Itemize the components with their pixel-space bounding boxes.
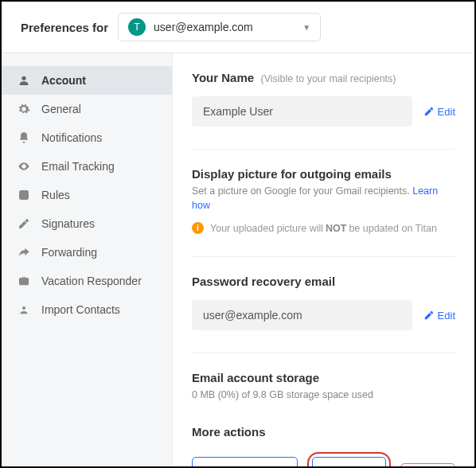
sidebar-item-label: Rules — [41, 189, 70, 201]
sidebar-item-import-contacts[interactable]: Import Contacts — [2, 295, 172, 324]
sidebar-item-label: Forwarding — [41, 246, 97, 259]
forward-icon — [18, 246, 30, 259]
logout-button[interactable]: Logout — [400, 463, 455, 469]
contacts-icon — [18, 303, 30, 316]
recovery-value: user@example.com — [192, 300, 412, 330]
account-selector[interactable]: T user@example.com ▼ — [118, 13, 321, 41]
recovery-title: Password recovery email — [192, 275, 335, 288]
sidebar-item-label: Account — [41, 74, 86, 87]
eye-icon — [18, 160, 30, 173]
edit-label: Edit — [438, 106, 455, 118]
edit-name-button[interactable]: Edit — [423, 106, 455, 118]
avatar: T — [128, 18, 146, 36]
picture-sub: Set a picture on Google for your Gmail r… — [192, 185, 455, 213]
name-section: Your Name (Visible to your mail recipien… — [192, 71, 455, 127]
picture-title: Display picture for outgoing emails — [192, 167, 392, 181]
account-email: user@example.com — [154, 21, 302, 33]
divider — [192, 256, 455, 257]
svg-point-0 — [21, 76, 25, 80]
sidebar-item-label: Import Contacts — [41, 303, 120, 316]
main-panel: Your Name (Visible to your mail recipien… — [173, 53, 474, 468]
pencil-icon — [423, 310, 435, 321]
sidebar: Account General Notifications Email Trac… — [2, 53, 173, 468]
edit-label: Edit — [438, 310, 455, 322]
sidebar-item-label: Notifications — [41, 131, 102, 144]
name-title: Your Name — [192, 71, 254, 84]
clear-cache-highlight: Clear cache — [307, 452, 391, 469]
actions-section: More actions Change password Clear cache… — [192, 425, 455, 469]
recovery-section: Password recovery email user@example.com… — [192, 275, 455, 330]
briefcase-icon — [18, 275, 30, 287]
sidebar-item-signatures[interactable]: Signatures — [2, 209, 172, 238]
sidebar-item-forwarding[interactable]: Forwarding — [2, 238, 172, 267]
sidebar-item-email-tracking[interactable]: Email Tracking — [2, 152, 172, 181]
actions-title: More actions — [192, 425, 266, 439]
pencil-icon — [423, 106, 435, 117]
sidebar-item-vacation[interactable]: Vacation Responder — [2, 267, 172, 295]
sidebar-item-notifications[interactable]: Notifications — [2, 123, 172, 152]
sidebar-item-label: Signatures — [41, 217, 95, 230]
sidebar-item-account[interactable]: Account — [2, 66, 172, 95]
sidebar-item-rules[interactable]: Rules — [2, 181, 172, 209]
divider — [192, 353, 455, 353]
sidebar-item-label: General — [41, 103, 81, 115]
account-icon — [18, 74, 30, 87]
info-icon: i — [192, 222, 204, 234]
preferences-label: Preferences for — [21, 21, 108, 34]
sidebar-item-general[interactable]: General — [2, 95, 172, 123]
picture-section: Display picture for outgoing emails Set … — [192, 167, 455, 234]
gear-icon — [18, 103, 30, 115]
name-hint: (Visible to your mail recipients) — [261, 73, 396, 84]
pencil-icon — [18, 217, 30, 230]
edit-recovery-button[interactable]: Edit — [423, 310, 455, 322]
sidebar-item-label: Email Tracking — [41, 160, 115, 173]
bell-icon — [18, 131, 30, 144]
divider — [192, 149, 455, 150]
header: Preferences for T user@example.com ▼ — [2, 2, 474, 53]
change-password-button[interactable]: Change password — [192, 457, 298, 469]
clear-cache-button[interactable]: Clear cache — [312, 457, 386, 469]
picture-info: i Your uploaded picture will NOT be upda… — [192, 222, 455, 234]
name-value: Example User — [192, 96, 412, 127]
sidebar-item-label: Vacation Responder — [41, 275, 142, 287]
storage-title: Email account storage — [192, 371, 319, 384]
storage-sub: 0 MB (0%) of 9.8 GB storage space used — [192, 388, 455, 403]
svg-point-2 — [22, 306, 25, 310]
chevron-down-icon: ▼ — [302, 23, 310, 32]
rules-icon — [18, 189, 30, 201]
svg-rect-1 — [19, 190, 29, 200]
storage-section: Email account storage 0 MB (0%) of 9.8 G… — [192, 371, 455, 403]
